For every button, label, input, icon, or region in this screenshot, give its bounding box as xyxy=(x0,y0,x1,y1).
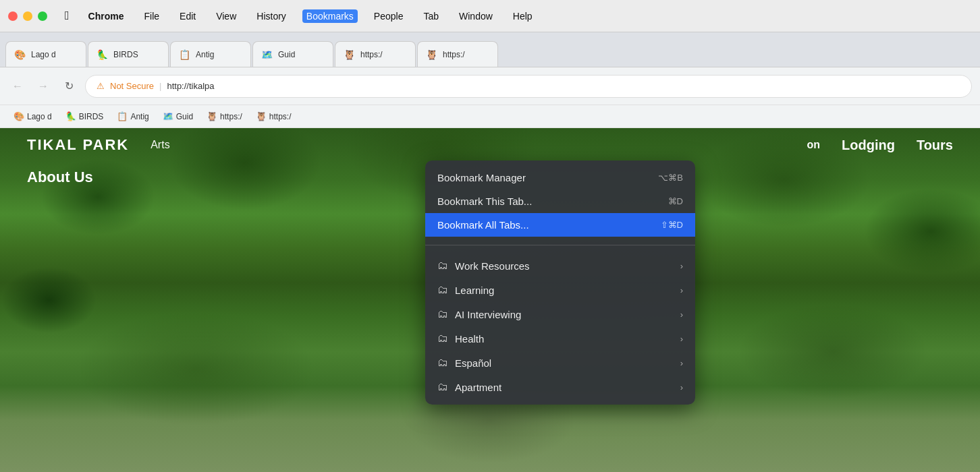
tab-favicon-https1: 🦉 xyxy=(344,49,355,60)
dropdown-item-left-bookmark-tab: Bookmark This Tab... xyxy=(437,196,532,207)
tab-guid[interactable]: 🗺️ Guid xyxy=(252,41,333,67)
close-button[interactable] xyxy=(8,11,18,21)
menubar-item-history[interactable]: History xyxy=(252,9,290,23)
bookmark-tab-label: Bookmark This Tab... xyxy=(437,196,532,207)
bookmark-label-https2: https:/ xyxy=(269,112,292,121)
menubar-item-tab[interactable]: Tab xyxy=(419,9,443,23)
bookmark-antig[interactable]: 📋 Antig xyxy=(111,110,154,123)
chevron-icon-learning: › xyxy=(680,285,683,295)
dropdown-folders-section: 🗂 Work Resources › 🗂 Learning › 🗂 AI Int… xyxy=(425,248,695,405)
bookmark-lago[interactable]: 🎨 Lago d xyxy=(8,110,57,123)
folder-label-learning: Learning xyxy=(455,285,494,296)
main-content: TIKAL PARK Arts on Lodging Tours About U… xyxy=(0,128,980,472)
bookmark-icon-birds: 🦜 xyxy=(65,111,76,121)
folder-label-health: Health xyxy=(455,333,484,345)
bookmark-icon-antig: 📋 xyxy=(117,111,128,121)
tab-https1[interactable]: 🦉 https:/ xyxy=(335,41,416,67)
bookmark-birds[interactable]: 🦜 BIRDS xyxy=(60,110,109,123)
tab-antig[interactable]: 📋 Antig xyxy=(170,41,251,67)
tab-birds[interactable]: 🦜 BIRDS xyxy=(88,41,169,67)
menubar-item-edit[interactable]: Edit xyxy=(175,9,200,23)
bookmarks-dropdown: Bookmark Manager ⌥⌘B Bookmark This Tab..… xyxy=(425,160,695,405)
bookmark-label-birds: BIRDS xyxy=(79,112,104,121)
menubar-item-chrome[interactable]: Chrome xyxy=(84,9,128,23)
dropdown-folder-work-resources[interactable]: 🗂 Work Resources › xyxy=(425,254,695,278)
bookmark-icon-https2: 🦉 xyxy=(256,111,267,121)
folder-icon-espanol: 🗂 xyxy=(437,357,448,369)
tab-title-https1: https:/ xyxy=(360,50,407,59)
folder-label-espanol: Español xyxy=(455,357,491,369)
folder-item-left-work: 🗂 Work Resources xyxy=(437,260,530,272)
address-bar: ← → ↻ ⚠ Not Secure | http://tikalpa xyxy=(0,67,980,105)
menubar-item-file[interactable]: File xyxy=(140,9,163,23)
maximize-button[interactable] xyxy=(38,11,47,21)
bookmark-label-guid: Guid xyxy=(176,112,193,121)
site-nav-on[interactable]: on xyxy=(807,139,821,151)
bookmark-icon-guid: 🗺️ xyxy=(163,111,173,121)
bookmark-manager-label: Bookmark Manager xyxy=(437,172,526,183)
tab-lago[interactable]: 🎨 Lago d xyxy=(5,41,86,67)
address-url: http://tikalpa xyxy=(167,81,214,91)
site-nav-tours[interactable]: Tours xyxy=(917,138,953,153)
site-nav: TIKAL PARK Arts on Lodging Tours xyxy=(0,128,980,162)
apple-menu-icon[interactable]:  xyxy=(65,9,70,23)
tab-favicon-birds: 🦜 xyxy=(97,49,108,60)
tab-favicon-lago: 🎨 xyxy=(14,49,26,60)
bookmark-guid[interactable]: 🗺️ Guid xyxy=(157,110,198,123)
folder-item-left-apartment: 🗂 Apartment xyxy=(437,381,501,393)
dropdown-item-bookmark-all-tabs[interactable]: Bookmark All Tabs... ⇧⌘D xyxy=(425,213,695,237)
menubar-item-view[interactable]: View xyxy=(212,9,240,23)
chevron-icon-apartment: › xyxy=(680,382,683,392)
folder-item-left-ai: 🗂 AI Interviewing xyxy=(437,308,521,320)
tab-title-lago: Lago d xyxy=(31,50,78,59)
site-about[interactable]: About Us xyxy=(27,169,93,186)
dropdown-folder-health[interactable]: 🗂 Health › xyxy=(425,326,695,351)
dropdown-divider xyxy=(425,245,695,245)
folder-icon-work: 🗂 xyxy=(437,260,448,272)
forward-button[interactable]: → xyxy=(34,77,53,96)
folder-icon-learning: 🗂 xyxy=(437,284,448,296)
folder-icon-ai: 🗂 xyxy=(437,308,448,320)
chevron-icon-ai: › xyxy=(680,309,683,320)
tab-title-antig: Antig xyxy=(196,50,242,59)
back-button[interactable]: ← xyxy=(8,77,27,96)
menubar:  Chrome File Edit View History Bookmark… xyxy=(0,0,980,32)
bookmark-icon-lago: 🎨 xyxy=(13,111,24,121)
address-separator: | xyxy=(159,81,161,91)
bookmark-manager-shortcut: ⌥⌘B xyxy=(658,173,683,183)
tab-title-guid: Guid xyxy=(278,50,325,59)
tab-title-https2: https:/ xyxy=(443,50,489,59)
reload-button[interactable]: ↻ xyxy=(59,77,78,96)
address-box[interactable]: ⚠ Not Secure | http://tikalpa xyxy=(85,75,972,98)
bookmark-all-tabs-label: Bookmark All Tabs... xyxy=(437,219,529,231)
bookmark-all-tabs-shortcut: ⇧⌘D xyxy=(661,220,683,230)
bookmark-https2[interactable]: 🦉 https:/ xyxy=(250,110,297,123)
folder-label-work: Work Resources xyxy=(455,260,530,272)
dropdown-folder-apartment[interactable]: 🗂 Apartment › xyxy=(425,375,695,399)
site-nav-arts[interactable]: Arts xyxy=(151,139,169,151)
menubar-item-people[interactable]: People xyxy=(370,9,408,23)
not-secure-label: Not Secure xyxy=(110,81,154,91)
bookmark-label-antig: Antig xyxy=(130,112,148,121)
tab-bar: 🎨 Lago d 🦜 BIRDS 📋 Antig 🗺️ Guid 🦉 https… xyxy=(0,32,980,67)
menubar-item-bookmarks[interactable]: Bookmarks xyxy=(302,9,358,23)
chevron-icon-work: › xyxy=(680,261,683,271)
dropdown-item-bookmark-manager[interactable]: Bookmark Manager ⌥⌘B xyxy=(425,166,695,189)
minimize-button[interactable] xyxy=(23,11,32,21)
folder-item-left-health: 🗂 Health xyxy=(437,332,484,345)
site-nav-lodging[interactable]: Lodging xyxy=(842,138,895,153)
folder-icon-apartment: 🗂 xyxy=(437,381,448,393)
folder-item-left-espanol: 🗂 Español xyxy=(437,357,491,369)
tab-title-birds: BIRDS xyxy=(113,50,160,59)
site-title: TIKAL PARK xyxy=(27,136,129,154)
bookmark-https1[interactable]: 🦉 https:/ xyxy=(201,110,248,123)
tab-https2[interactable]: 🦉 https:/ xyxy=(417,41,498,67)
dropdown-folder-espanol[interactable]: 🗂 Español › xyxy=(425,351,695,375)
menubar-item-help[interactable]: Help xyxy=(509,9,537,23)
window-controls xyxy=(8,11,47,21)
folder-item-left-learning: 🗂 Learning xyxy=(437,284,494,296)
menubar-item-window[interactable]: Window xyxy=(455,9,497,23)
dropdown-folder-ai-interviewing[interactable]: 🗂 AI Interviewing › xyxy=(425,302,695,326)
dropdown-folder-learning[interactable]: 🗂 Learning › xyxy=(425,278,695,302)
dropdown-item-bookmark-tab[interactable]: Bookmark This Tab... ⌘D xyxy=(425,189,695,213)
